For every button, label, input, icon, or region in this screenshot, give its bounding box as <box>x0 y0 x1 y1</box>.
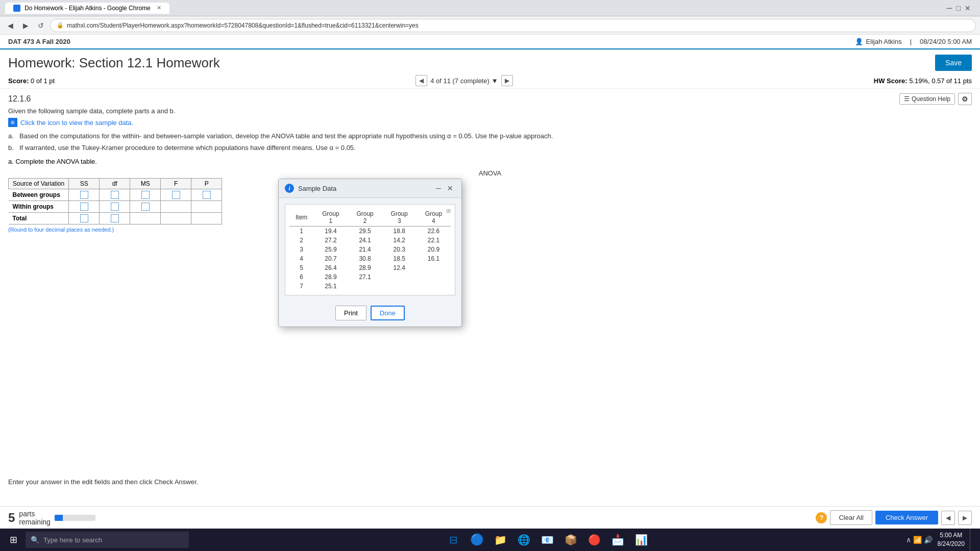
tray-network[interactable]: 📶 <box>913 536 922 544</box>
user-info: 👤 Elijah Atkins <box>855 38 902 45</box>
between-ms-cell[interactable] <box>130 189 161 201</box>
cell-row6-col4 <box>416 282 451 291</box>
score-value: 0 of 1 pt <box>31 77 55 85</box>
user-icon: 👤 <box>855 38 863 45</box>
question-intro: Given the following sample data, complet… <box>8 107 972 115</box>
data-table-header-row: Item Group 1 Group 2 Group 3 Group 4 <box>289 209 451 227</box>
browser-tab[interactable]: Do Homework - Elijah Atkins - Google Chr… <box>5 3 169 14</box>
nav-prev-button[interactable]: ◀ <box>415 75 427 86</box>
page-title-bar: Homework: Section 12.1 Homework Save <box>0 49 980 73</box>
part-b-text: If warranted, use the Tukey-Kramer proce… <box>19 143 356 154</box>
show-desktop-button[interactable] <box>970 529 974 551</box>
bottom-nav-next[interactable]: ▶ <box>958 511 972 525</box>
within-df-cell[interactable] <box>100 201 130 212</box>
within-ms-input[interactable] <box>141 203 150 211</box>
clear-all-button[interactable]: Clear All <box>830 510 872 525</box>
taskbar-app-taskview[interactable]: ⊟ <box>442 529 464 551</box>
part-a-line: a. Based on the computations for the wit… <box>8 131 972 142</box>
parts-number: 5 <box>8 511 15 525</box>
between-p-cell[interactable] <box>191 189 222 201</box>
question-content: Given the following sample data, complet… <box>0 107 980 233</box>
total-df-input[interactable] <box>111 214 119 222</box>
clock-date: 8/24/2020 <box>938 540 965 548</box>
cell-row6-col1: 25.1 <box>313 282 348 291</box>
taskbar-app-dropbox[interactable]: 📦 <box>559 529 582 551</box>
address-bar[interactable]: 🔒 mathxl.com/Student/PlayerHomework.aspx… <box>50 19 976 32</box>
modal-close-button[interactable]: ✕ <box>445 183 455 193</box>
between-p-input[interactable] <box>203 191 211 199</box>
taskbar-app-chrome[interactable]: 🔴 <box>583 529 605 551</box>
between-df-input[interactable] <box>111 191 119 199</box>
print-button[interactable]: Print <box>335 306 366 320</box>
taskbar-app-mail[interactable]: 📧 <box>536 529 558 551</box>
taskbar-right: ∧ 📶 🔊 5:00 AM 8/24/2020 <box>906 529 978 551</box>
browser-titlebar: Do Homework - Elijah Atkins - Google Chr… <box>0 0 980 16</box>
table-row: Total <box>9 212 222 224</box>
taskbar-search-bar[interactable]: 🔍 Type here to search <box>26 532 189 548</box>
hw-score-display: HW Score: 5.19%, 0.57 of 11 pts <box>874 77 972 85</box>
anova-title: ANOVA <box>8 169 972 177</box>
taskbar-app-excel[interactable]: 📊 <box>630 529 652 551</box>
taskbar-clock[interactable]: 5:00 AM 8/24/2020 <box>935 531 968 548</box>
question-help-button[interactable]: ☰ Question Help <box>899 93 955 105</box>
total-ss-input[interactable] <box>80 214 88 222</box>
taskbar-app-ie[interactable]: 🌐 <box>512 529 535 551</box>
cell-row1-col0: 2 <box>289 236 313 245</box>
round-note: (Round to four decimal places as needed.… <box>8 227 972 233</box>
tray-volume[interactable]: 🔊 <box>924 536 933 544</box>
help-button[interactable]: ? <box>816 512 827 523</box>
taskbar-app-edge[interactable]: 🔵 <box>465 529 488 551</box>
modal-minimize-button[interactable]: ─ <box>434 183 443 193</box>
close-tab-button[interactable]: ✕ <box>157 5 161 11</box>
nav-next-button[interactable]: ▶ <box>501 75 513 86</box>
done-button[interactable]: Done <box>371 306 405 320</box>
back-button[interactable]: ◀ <box>4 19 16 32</box>
expand-icon[interactable]: ⊞ <box>446 208 451 214</box>
reload-button[interactable]: ↺ <box>35 19 47 32</box>
data-table-container: ⊞ Item Group 1 Group 2 Group 3 Group 4 1… <box>285 204 455 295</box>
course-title: DAT 473 A Fall 2020 <box>8 38 70 45</box>
forward-button[interactable]: ▶ <box>19 19 32 32</box>
nav-dropdown-icon[interactable]: ▼ <box>492 77 498 85</box>
between-df-cell[interactable] <box>100 189 130 201</box>
total-df-cell[interactable] <box>100 212 130 224</box>
anova-header-row: Source of Variation SS df MS F P <box>9 178 222 189</box>
start-button[interactable]: ⊞ <box>2 529 24 551</box>
part-b-line: b. If warranted, use the Tukey-Kramer pr… <box>8 143 972 154</box>
tray-chevron[interactable]: ∧ <box>906 536 911 544</box>
modal-footer: Print Done <box>279 302 461 327</box>
cell-row2-col1: 25.9 <box>313 245 348 254</box>
taskbar-app-teams[interactable]: 📩 <box>606 529 629 551</box>
cell-row6-col0: 7 <box>289 282 313 291</box>
within-df-input[interactable] <box>111 203 119 211</box>
app-header: DAT 473 A Fall 2020 👤 Elijah Atkins | 08… <box>0 35 980 49</box>
check-answer-button[interactable]: Check Answer <box>875 511 938 524</box>
within-p-empty <box>191 201 222 212</box>
between-f-input[interactable] <box>172 191 180 199</box>
within-ss-input[interactable] <box>80 203 88 211</box>
within-ms-cell[interactable] <box>130 201 161 212</box>
between-f-cell[interactable] <box>161 189 191 201</box>
col-source: Source of Variation <box>9 178 69 189</box>
restore-button[interactable]: □ <box>957 4 961 12</box>
sample-data-link[interactable]: ⊞ Click the icon to view the sample data… <box>8 118 972 127</box>
between-ss-input[interactable] <box>80 191 88 199</box>
modal-body: ⊞ Item Group 1 Group 2 Group 3 Group 4 1… <box>279 198 461 302</box>
question-tools: ☰ Question Help ⚙ <box>899 93 972 105</box>
between-ms-input[interactable] <box>141 191 150 199</box>
cell-row0-col1: 19.4 <box>313 227 348 236</box>
settings-button[interactable]: ⚙ <box>958 93 972 105</box>
score-bar: Score: 0 of 1 pt ◀ 4 of 11 (7 complete) … <box>0 73 980 89</box>
save-button[interactable]: Save <box>935 55 972 71</box>
total-ss-cell[interactable] <box>69 212 100 224</box>
modal-titlebar: i Sample Data ─ ✕ <box>279 179 461 198</box>
sample-data-modal: i Sample Data ─ ✕ ⊞ Item Group 1 Group 2… <box>278 179 462 327</box>
between-ss-cell[interactable] <box>69 189 100 201</box>
within-ss-cell[interactable] <box>69 201 100 212</box>
table-row: Between groups <box>9 189 222 201</box>
minimize-button[interactable]: ─ <box>946 4 952 13</box>
taskbar-app-explorer[interactable]: 📁 <box>489 529 511 551</box>
cell-row3-col2: 30.8 <box>348 254 382 263</box>
bottom-nav-prev[interactable]: ◀ <box>941 511 955 525</box>
close-button[interactable]: ✕ <box>965 4 971 12</box>
